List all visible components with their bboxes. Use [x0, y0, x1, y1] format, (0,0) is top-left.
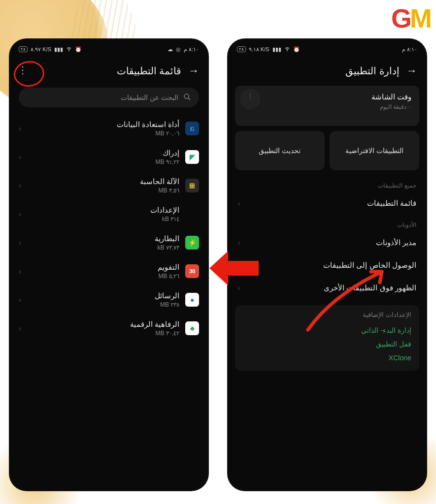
- link-app-lock[interactable]: قفل التطبيق: [243, 337, 411, 351]
- app-size: ٢٣٨ MB: [27, 301, 179, 308]
- search-icon: [183, 93, 191, 102]
- app-name: الرفاهية الرقمية: [27, 320, 179, 329]
- clock-text: ٨:١٠ م: [184, 46, 199, 53]
- signal-icon: ▮▮▮: [54, 46, 63, 53]
- app-size: ٥,٢٦ MB: [27, 273, 179, 280]
- battery-badge: ٢٨: [237, 46, 246, 52]
- back-icon[interactable]: →: [406, 65, 417, 76]
- app-text: الرفاهية الرقمية٣٠,٤٢ MB: [27, 320, 179, 337]
- chevron-icon: ‹: [19, 296, 21, 304]
- page-title: إدارة التطبيق: [345, 65, 400, 77]
- app-name: البطارية: [27, 234, 179, 243]
- search-input[interactable]: البحث عن التطبيقات: [19, 88, 199, 107]
- app-text: التقويم٥,٢٦ MB: [27, 263, 179, 280]
- signal-icon: ▮▮▮: [272, 46, 281, 53]
- card-label: التطبيقات الافتراضية: [345, 147, 403, 155]
- app-size: ٣٠,٤٢ MB: [27, 330, 179, 337]
- app-text: الرسائل٢٣٨ MB: [27, 291, 179, 308]
- chevron-icon: ‹: [19, 324, 21, 332]
- chevron-icon: ‹: [19, 182, 21, 189]
- app-icon: ♣: [185, 321, 199, 335]
- card-screen-time[interactable]: وقت الشاشة ٠ دقيقة اليوم: [235, 86, 419, 126]
- link-xclone[interactable]: XClone: [243, 351, 411, 365]
- row-app-list[interactable]: قائمة التطبيقات ‹: [228, 192, 426, 215]
- chevron-icon: ‹: [19, 239, 21, 247]
- app-name: الآلة الحاسبة: [27, 177, 179, 186]
- alarm-icon: ⏰: [75, 46, 82, 53]
- link-auto-start[interactable]: إدارة البدء- الذاتي: [243, 323, 411, 337]
- chevron-icon: ‹: [238, 239, 240, 247]
- section-permissions: الأذونات: [228, 215, 426, 231]
- app-row[interactable]: ◤إدراك٩١,٢٢ MB‹: [10, 143, 208, 171]
- header: → إدارة التطبيق: [228, 56, 426, 81]
- row-permission-manager[interactable]: مدير الأذونات ‹: [228, 231, 426, 254]
- clock-icon: [240, 89, 261, 109]
- svg-point-0: [184, 94, 189, 98]
- alarm-icon: ⏰: [293, 46, 300, 53]
- app-row[interactable]: ⊞الآلة الحاسبة٣,٥٦ MB‹: [10, 171, 208, 200]
- app-size: ٩١,٢٢ MB: [27, 158, 179, 165]
- app-icon: ●: [185, 293, 199, 307]
- app-row[interactable]: ♣الرفاهية الرقمية٣٠,٤٢ MB‹: [10, 314, 208, 343]
- app-text: البطارية٧٣,٧٣ kB: [27, 234, 179, 251]
- chevron-icon: ‹: [19, 125, 21, 132]
- app-icon: ⎌: [185, 122, 199, 135]
- app-name: الإعدادات: [27, 206, 179, 215]
- app-text: إدراك٩١,٢٢ MB: [27, 149, 179, 165]
- app-name: أداة استعادة البيانات: [27, 120, 179, 129]
- app-text: أداة استعادة البيانات٢٠,٠٦ MB: [27, 120, 179, 137]
- wifi-icon: [66, 46, 72, 53]
- app-row[interactable]: ⚡البطارية٧٣,٧٣ kB‹: [10, 228, 208, 257]
- status-bar: ٢٨ ٨.٩٧ K/S ▮▮▮ ⏰ ☁ ◎ ٨:١٠ م: [10, 39, 208, 56]
- chevron-icon: ‹: [238, 199, 240, 207]
- header: → قائمة التطبيقات: [10, 56, 208, 81]
- app-name: إدراك: [27, 149, 179, 158]
- row-label: مدير الأذونات: [376, 238, 416, 247]
- net-speed: ٨.٩٧ K/S: [31, 46, 51, 53]
- row-label: الوصول الخاص إلى التطبيقات: [323, 261, 416, 270]
- card-update-app[interactable]: تحديث التطبيق: [235, 131, 325, 170]
- chevron-icon: ‹: [19, 153, 21, 161]
- card-label: تحديث التطبيق: [259, 147, 301, 155]
- app-row[interactable]: 30التقويم٥,٢٦ MB‹: [10, 257, 208, 285]
- svg-line-1: [188, 98, 190, 100]
- chevron-icon: ‹: [19, 210, 21, 218]
- search-placeholder: البحث عن التطبيقات: [121, 94, 178, 101]
- net-speed: ٩.١٨ K/S: [249, 46, 269, 53]
- app-list: ⎌أداة استعادة البيانات٢٠,٠٦ MB‹◤إدراك٩١,…: [10, 114, 208, 343]
- row-overlay[interactable]: الظهور فوق التطبيقات الأخرى ‹: [228, 277, 426, 299]
- card-title: وقت الشاشة: [243, 93, 411, 101]
- more-menu-button[interactable]: ⋮: [18, 64, 28, 76]
- app-size: ٣١٤ kB: [27, 216, 179, 222]
- app-text: الآلة الحاسبة٣,٥٦ MB: [27, 177, 179, 194]
- row-special-access[interactable]: الوصول الخاص إلى التطبيقات ‹: [228, 254, 426, 277]
- status-bar: ٢٨ ٩.١٨ K/S ▮▮▮ ⏰ ٨:١٠ م: [228, 39, 426, 56]
- chevron-icon: ‹: [238, 261, 240, 269]
- app-size: ٢٠,٠٦ MB: [27, 130, 179, 137]
- app-row[interactable]: ⎌أداة استعادة البيانات٢٠,٠٦ MB‹: [10, 114, 208, 143]
- cloud-icon: ☁: [168, 46, 173, 53]
- app-name: التقويم: [27, 263, 179, 272]
- row-label: الظهور فوق التطبيقات الأخرى: [324, 284, 416, 292]
- gm-logo: GM: [391, 3, 430, 33]
- battery-badge: ٢٨: [19, 46, 28, 52]
- card-default-apps[interactable]: التطبيقات الافتراضية: [330, 131, 419, 170]
- app-icon: 30: [185, 264, 199, 278]
- app-name: الرسائل: [27, 291, 179, 300]
- row-label: قائمة التطبيقات: [367, 199, 416, 208]
- phone-right: ٢٨ ٩.١٨ K/S ▮▮▮ ⏰ ٨:١٠ م → إدارة التطبيق…: [228, 39, 426, 490]
- app-icon: ⚡: [185, 236, 199, 250]
- app-icon: ⊞: [185, 179, 199, 192]
- phone-left: ٢٨ ٨.٩٧ K/S ▮▮▮ ⏰ ☁ ◎ ٨:١٠ م → قائمة الت…: [10, 39, 208, 490]
- section-all-apps: جميع التطبيقات: [228, 175, 426, 192]
- wifi-icon: [284, 46, 290, 53]
- app-size: ٧٣,٧٣ kB: [27, 244, 179, 251]
- page-title: قائمة التطبيقات: [117, 65, 182, 77]
- app-row[interactable]: الإعدادات٣١٤ kB‹: [10, 200, 208, 228]
- app-size: ٣,٥٦ MB: [27, 187, 179, 194]
- extra-settings-card: الإعدادات الإضافية إدارة البدء- الذاتي ق…: [235, 305, 419, 371]
- logo-m: M: [410, 3, 430, 33]
- app-row[interactable]: ●الرسائل٢٣٨ MB‹: [10, 285, 208, 314]
- back-icon[interactable]: →: [188, 65, 199, 76]
- card-sub: ٠ دقيقة اليوم: [243, 103, 411, 110]
